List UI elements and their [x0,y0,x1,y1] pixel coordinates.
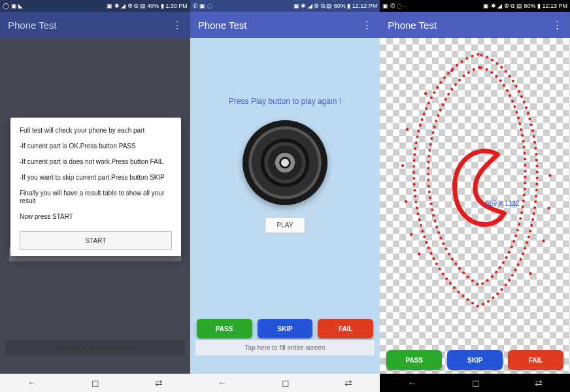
svg-point-8 [548,206,550,209]
app-title: Phone Test [8,20,57,31]
speaker-icon [243,120,327,205]
dialog-line-1: Full test will check your phone by each … [20,127,172,135]
fail-button[interactable]: FAIL [318,319,373,338]
status-right-info: ▣ ✱ ◢ ⚙ ⧉ ▤ 60% ▮ 12:13 PM [483,3,567,10]
svg-point-4 [406,128,409,131]
dialog-line-5: Finally you will have a result table to … [20,189,172,205]
nav-back-icon[interactable]: ← [27,378,37,388]
pass-button[interactable]: PASS [197,319,252,338]
app-title: Phone Test [388,20,437,31]
overflow-menu-icon[interactable]: ⋮ [362,19,372,31]
pass-button[interactable]: PASS [386,350,442,370]
app-bar: Phone Test ⋮ [190,12,380,38]
svg-point-7 [549,174,552,176]
skip-button[interactable]: SKIP [447,350,503,370]
svg-point-2 [405,200,407,203]
nav-back-icon[interactable]: ← [407,378,416,388]
result-button-row: PASS SKIP FAIL [386,350,563,370]
nav-recent-icon[interactable]: ⇄ [155,378,163,388]
app-bar: Phone Test ⋮ [0,12,190,38]
svg-point-10 [529,272,532,275]
fulltest-dialog: Full test will check your phone by each … [10,118,181,256]
dimmed-content: FULL TEST Full test will check your phon… [0,38,190,374]
overflow-menu-icon[interactable]: ⋮ [172,19,182,31]
app-bar: Phone Test ⋮ [380,12,570,38]
overflow-menu-icon[interactable]: ⋮ [552,19,562,31]
status-left-icons: ◯ ▣ ◣ [3,3,23,9]
nav-back-icon[interactable]: ← [218,378,227,388]
svg-point-1 [410,233,412,235]
svg-point-9 [543,239,545,242]
app-title: Phone Test [198,20,247,31]
status-bar: ✆ ▣ ◌ ▣ ✱ ◢ ⚙ ⧉ ▤ 60% ▮ 12:12 PM [190,0,380,12]
fill-screen-hint[interactable]: Tap here to fill entire screen [5,340,185,355]
svg-point-3 [401,164,404,167]
fail-button[interactable]: FAIL [508,350,563,370]
dialog-line-3: -If current part is does not work.Press … [20,158,172,166]
nav-bar: ← ◻ ⇄ [0,374,190,392]
status-left-icons: ✆ ▣ ◌ [193,3,212,9]
status-bar: ▣ ✆ ◌ · ▣ ✱ ◢ ⚙ ⧉ ▤ 60% ▮ 12:13 PM [380,0,570,12]
play-button[interactable]: PLAY [265,217,306,233]
screen-fulltest-dialog: ◯ ▣ ◣ ▣ ✱ ◢ ⚙ ⧉ ▤ 40% ▮ 1:30 PM Phone Te… [0,0,190,392]
nav-recent-icon[interactable]: ⇄ [344,378,352,388]
play-again-message: Press Play button to play again ! [229,97,341,106]
status-right-info: ▣ ✱ ◢ ⚙ ⧉ ▤ 60% ▮ 12:12 PM [293,3,378,10]
touch-trace [380,38,570,352]
nav-bar: ← ◻ ⇄ [190,374,380,392]
dialog-line-2: -If current part is OK.Press button PASS [20,142,172,150]
svg-point-5 [424,92,427,95]
start-button[interactable]: START [20,231,172,250]
touch-canvas[interactable]: 559 X 1132 PASS SKIP FAIL [380,38,570,374]
dialog-line-6: Now press START [20,213,172,221]
screen-speaker-test: ✆ ▣ ◌ ▣ ✱ ◢ ⚙ ⧉ ▤ 60% ▮ 12:12 PM Phone T… [190,0,380,392]
status-bar: ◯ ▣ ◣ ▣ ✱ ◢ ⚙ ⧉ ▤ 40% ▮ 1:30 PM [0,0,190,12]
nav-home-icon[interactable]: ◻ [282,378,290,388]
skip-button[interactable]: SKIP [258,319,313,338]
status-left-icons: ▣ ✆ ◌ · [382,3,405,9]
screen-touch-test: ▣ ✆ ◌ · ▣ ✱ ◢ ⚙ ⧉ ▤ 60% ▮ 12:13 PM Phone… [380,0,570,392]
result-button-row: PASS SKIP FAIL [197,319,374,338]
svg-point-0 [418,253,420,255]
nav-bar: ← ◻ ⇄ [380,374,570,392]
nav-home-icon[interactable]: ◻ [472,378,480,388]
dialog-line-4: -If you want to skip current part.Press … [20,174,172,182]
nav-recent-icon[interactable]: ⇄ [535,378,543,388]
nav-home-icon[interactable]: ◻ [92,378,99,388]
fill-screen-hint[interactable]: Tap here to fill entire screen [195,340,375,355]
status-right-info: ▣ ✱ ◢ ⚙ ⧉ ▤ 40% ▮ 1:30 PM [107,3,188,10]
speaker-test-body: Press Play button to play again ! PLAY P… [190,38,380,374]
svg-point-6 [450,69,453,72]
touch-coordinates: 559 X 1132 [486,200,519,207]
